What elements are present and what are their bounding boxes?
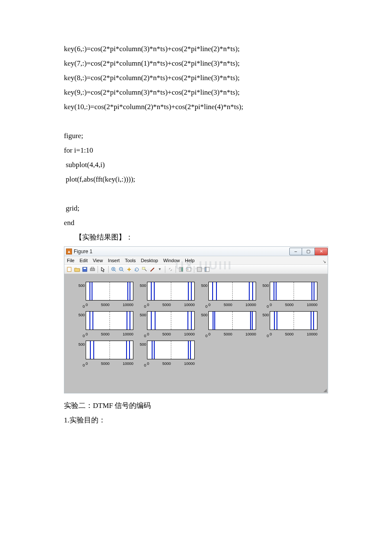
axes [86, 311, 133, 330]
svg-line-13 [145, 269, 147, 271]
resize-handle-icon[interactable] [323, 389, 327, 392]
code-line: key(6,:)=cos(2*pi*column(3)*n*ts)+cos(2*… [64, 42, 328, 56]
fft-peak [126, 341, 127, 359]
separator [98, 266, 98, 273]
menu-view[interactable]: View [93, 256, 103, 265]
toolbar-overflow-icon[interactable]: ↘ [323, 257, 326, 266]
fft-peak [252, 312, 253, 330]
fft-peak [130, 312, 130, 330]
maximize-button[interactable]: ▢ [302, 248, 315, 255]
data-cursor-icon[interactable] [141, 266, 148, 273]
menu-help[interactable]: Help [185, 256, 195, 265]
open-icon[interactable] [74, 266, 81, 273]
svg-line-10 [122, 270, 124, 272]
close-button[interactable]: ✕ [315, 248, 328, 255]
link-icon[interactable] [167, 266, 174, 273]
menu-tools[interactable]: Tools [125, 256, 136, 265]
y-ticks: 5000 [259, 311, 269, 338]
pointer-icon[interactable] [100, 266, 107, 273]
hide-tools-icon[interactable] [196, 266, 203, 273]
pan-icon[interactable] [126, 266, 133, 273]
menu-desktop[interactable]: Desktop [141, 256, 158, 265]
axes [270, 282, 317, 301]
svg-rect-21 [205, 267, 206, 272]
legend-icon[interactable] [185, 266, 192, 273]
rotate-icon[interactable] [133, 266, 140, 273]
tool-bar: ▼ [64, 265, 328, 274]
fft-peak [216, 282, 217, 300]
axes [208, 311, 256, 330]
minimize-button[interactable]: – [289, 248, 302, 255]
fft-peak [154, 341, 155, 359]
grid-line [110, 312, 110, 330]
fft-peak [187, 312, 188, 330]
new-figure-icon[interactable] [66, 266, 73, 273]
fft-peak [213, 312, 213, 330]
axes [270, 311, 317, 330]
fft-peak [93, 341, 94, 359]
zoom-out-icon[interactable] [118, 266, 125, 273]
fft-peak [154, 282, 155, 300]
y-ticks: 5000 [137, 341, 146, 367]
window-buttons: – ▢ ✕ [289, 248, 328, 255]
menu-edit[interactable]: Edit [80, 256, 88, 265]
zoom-in-icon[interactable] [110, 266, 117, 273]
fft-peak [311, 312, 311, 330]
svg-rect-0 [67, 267, 71, 272]
subplot-cell: 50000500010000 [259, 311, 317, 338]
grid-line [294, 312, 294, 330]
y-ticks: 5000 [75, 311, 85, 338]
menu-window[interactable]: Window [163, 256, 180, 265]
code-line [64, 187, 328, 201]
brush-icon[interactable] [149, 266, 156, 273]
code-line: figure; [64, 129, 328, 143]
fft-peak [188, 282, 189, 300]
x-ticks: 0500010000 [86, 360, 133, 367]
svg-rect-16 [187, 268, 191, 271]
exp2-title: 实验二：DTMF 信号的编码 [64, 399, 328, 413]
y-ticks: 5000 [198, 282, 208, 309]
menu-file[interactable]: File [67, 256, 75, 265]
figure-window: ▲ Figure 1 – ▢ ✕ File Edit View Insert T… [64, 246, 328, 393]
code-line: plot(f,abs(fft(key(i,:)))); [64, 172, 328, 187]
code-line: key(10,:)=cos(2*pi*column(2)*n*ts)+cos(2… [64, 100, 328, 114]
svg-rect-19 [197, 267, 202, 272]
x-ticks: 0500010000 [86, 330, 133, 338]
fft-peak [92, 312, 93, 330]
fft-peak [249, 282, 250, 300]
axes [147, 341, 195, 359]
fft-peak [191, 282, 192, 300]
svg-rect-15 [182, 267, 183, 272]
separator [194, 266, 194, 273]
fft-peak [155, 312, 156, 330]
fft-peak [127, 282, 128, 300]
grid-line [171, 341, 171, 359]
print-icon[interactable] [89, 266, 96, 273]
subplot-cell: 50000500010000 [75, 311, 133, 338]
fft-peak [313, 312, 314, 330]
menu-insert[interactable]: Insert [108, 256, 120, 265]
x-ticks: 0500010000 [147, 301, 195, 309]
fft-peak [274, 312, 275, 330]
x-ticks: 0500010000 [86, 301, 133, 309]
code-line: key(7,:)=cos(2*pi*column(1)*n*ts)+cos(2*… [64, 56, 328, 71]
x-ticks: 0500010000 [208, 301, 256, 309]
save-icon[interactable] [81, 266, 88, 273]
code-line: end [64, 216, 328, 230]
show-tools-icon[interactable] [204, 266, 210, 273]
subplot-cell: 50000500010000 [197, 311, 256, 338]
separator [108, 266, 109, 273]
colorbar-icon[interactable] [178, 266, 184, 273]
fft-peak [151, 312, 152, 330]
exp2-section: 1.实验目的： [64, 413, 328, 428]
matlab-figure-icon: ▲ [66, 249, 72, 254]
code-line: key(9,:)=cos(2*pi*column(3)*n*ts)+cos(2*… [64, 85, 328, 100]
x-ticks: 0500010000 [270, 301, 317, 309]
axes [86, 341, 133, 359]
dropdown-icon[interactable]: ▼ [156, 266, 163, 273]
fft-peak [274, 282, 274, 300]
y-ticks: 5000 [137, 311, 146, 338]
subplot-cell: 50000500010000 [75, 282, 133, 309]
document-page: key(6,:)=cos(2*pi*column(3)*n*ts)+cos(2*… [0, 0, 392, 555]
fft-peak [314, 282, 314, 300]
